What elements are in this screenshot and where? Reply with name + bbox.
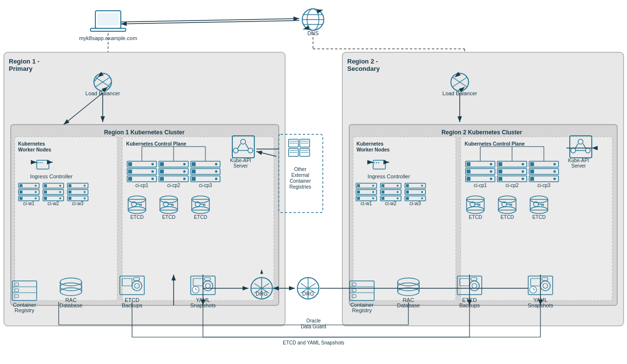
ci-w1-r1-label: ci-w1 bbox=[23, 201, 35, 206]
svg-point-74 bbox=[152, 163, 154, 166]
worker-nodes1-box bbox=[15, 137, 117, 300]
ingress1-label: Ingress Controller bbox=[30, 173, 73, 179]
svg-rect-154 bbox=[357, 191, 360, 193]
ingress2-label: Ingress Controller bbox=[368, 173, 410, 179]
ci-w3-r2-label: ci-w3 bbox=[409, 201, 421, 206]
rac-db1-label2: Database bbox=[59, 302, 82, 308]
svg-rect-202 bbox=[530, 162, 534, 166]
worker-nodes2-title2: Worker Nodes bbox=[357, 147, 390, 152]
svg-point-207 bbox=[554, 178, 556, 180]
svg-rect-50 bbox=[44, 191, 47, 193]
laptop-icon bbox=[90, 11, 126, 31]
ci-w2-r1-label: ci-w2 bbox=[47, 201, 59, 206]
svg-line-16 bbox=[121, 19, 299, 22]
svg-rect-36 bbox=[42, 162, 43, 163]
region1-label: Region 1 - bbox=[9, 58, 40, 65]
ci-cp1-r1-label: ci-cp1 bbox=[135, 183, 149, 188]
svg-rect-162 bbox=[381, 184, 384, 187]
svg-rect-82 bbox=[160, 177, 164, 181]
svg-rect-171 bbox=[406, 184, 409, 187]
svg-point-93 bbox=[215, 171, 218, 173]
svg-rect-40 bbox=[20, 184, 22, 187]
ci-w3-r1-label: ci-w3 bbox=[72, 201, 84, 206]
svg-point-92 bbox=[215, 163, 218, 166]
svg-rect-149 bbox=[378, 162, 379, 163]
control-plane1-title: Kubernetes Control Plane bbox=[126, 141, 186, 147]
svg-point-45 bbox=[35, 197, 37, 199]
other-registries-label4: Registries bbox=[290, 184, 311, 190]
svg-rect-59 bbox=[68, 191, 71, 193]
svg-point-61 bbox=[84, 185, 86, 187]
svg-rect-172 bbox=[406, 191, 409, 193]
svg-rect-73 bbox=[128, 177, 132, 181]
svg-point-157 bbox=[372, 191, 374, 193]
control-plane2-title: Kubernetes Control Plane bbox=[465, 141, 525, 147]
svg-point-198 bbox=[522, 178, 524, 180]
ci-cp3-r1-label: ci-cp3 bbox=[199, 183, 212, 188]
etcd2-r2-label: ETCD bbox=[500, 214, 514, 220]
svg-rect-49 bbox=[44, 184, 47, 187]
region1-label2: Primary bbox=[9, 65, 33, 72]
svg-rect-42 bbox=[20, 197, 22, 200]
worker-nodes1-title: Kubernetes bbox=[18, 141, 45, 147]
svg-rect-186 bbox=[467, 177, 470, 181]
svg-rect-153 bbox=[357, 184, 360, 187]
diagram-container: myk8sapp.example.com DNS Region 1 - Prim… bbox=[0, 0, 627, 364]
svg-point-94 bbox=[215, 178, 218, 180]
svg-line-17 bbox=[121, 21, 299, 24]
kube-api1-label: Kube-API bbox=[230, 158, 251, 163]
svg-point-83 bbox=[183, 163, 186, 166]
svg-point-84 bbox=[183, 171, 186, 173]
other-registries-label1: Other bbox=[294, 167, 307, 172]
svg-rect-90 bbox=[192, 170, 196, 173]
svg-point-85 bbox=[183, 178, 186, 180]
svg-point-52 bbox=[59, 185, 61, 187]
ci-w1-r2-label: ci-w1 bbox=[360, 201, 372, 206]
svg-rect-41 bbox=[20, 191, 22, 193]
svg-point-63 bbox=[84, 197, 86, 199]
svg-point-76 bbox=[152, 178, 154, 180]
region2-cluster-label: Region 2 Kubernetes Cluster bbox=[442, 129, 522, 136]
svg-point-53 bbox=[59, 191, 61, 193]
svg-point-205 bbox=[554, 163, 556, 166]
svg-rect-35 bbox=[40, 162, 41, 163]
svg-rect-163 bbox=[381, 191, 384, 193]
svg-rect-147 bbox=[374, 162, 375, 163]
svg-point-196 bbox=[522, 163, 524, 166]
svg-rect-146 bbox=[372, 162, 374, 163]
region1-cluster-label: Region 1 Kubernetes Cluster bbox=[104, 129, 185, 136]
svg-point-174 bbox=[421, 185, 423, 187]
svg-point-166 bbox=[397, 191, 399, 193]
svg-point-175 bbox=[421, 191, 423, 193]
svg-rect-155 bbox=[357, 197, 360, 200]
svg-rect-164 bbox=[381, 197, 384, 200]
etcd1-r1-label: ETCD bbox=[130, 214, 143, 220]
oracle-data-guard-label2: Data Guard bbox=[301, 324, 326, 329]
svg-point-158 bbox=[372, 197, 374, 199]
svg-rect-89 bbox=[192, 162, 196, 166]
ci-cp2-r1-label: ci-cp2 bbox=[167, 183, 180, 188]
svg-point-156 bbox=[372, 185, 374, 187]
svg-rect-184 bbox=[467, 162, 470, 166]
kube-api2-label: Kube-API bbox=[568, 158, 589, 163]
svg-point-43 bbox=[35, 185, 37, 187]
etcd3-r2-label: ETCD bbox=[532, 214, 545, 220]
svg-rect-51 bbox=[44, 197, 47, 200]
svg-rect-203 bbox=[530, 170, 534, 173]
ci-cp3-r2-label: ci-cp3 bbox=[537, 183, 551, 188]
etcd2-r1-label: ETCD bbox=[162, 214, 175, 220]
svg-rect-195 bbox=[498, 177, 502, 181]
svg-rect-185 bbox=[467, 170, 470, 173]
region2-label2: Secondary bbox=[347, 65, 380, 72]
worker-nodes1-title2: Worker Nodes bbox=[18, 147, 51, 152]
svg-rect-148 bbox=[376, 162, 377, 163]
worker-nodes2-title: Kubernetes bbox=[357, 141, 383, 147]
etcd3-r1-label: ETCD bbox=[194, 214, 207, 220]
kube-api1-label2: Server bbox=[233, 163, 248, 169]
svg-rect-6 bbox=[97, 13, 119, 25]
container-registry1-label2: Registry bbox=[15, 307, 35, 313]
svg-rect-173 bbox=[406, 197, 409, 200]
svg-point-75 bbox=[152, 171, 154, 173]
drg2-label: DRG bbox=[302, 291, 314, 297]
ci-w2-r2-label: ci-w2 bbox=[385, 201, 397, 206]
